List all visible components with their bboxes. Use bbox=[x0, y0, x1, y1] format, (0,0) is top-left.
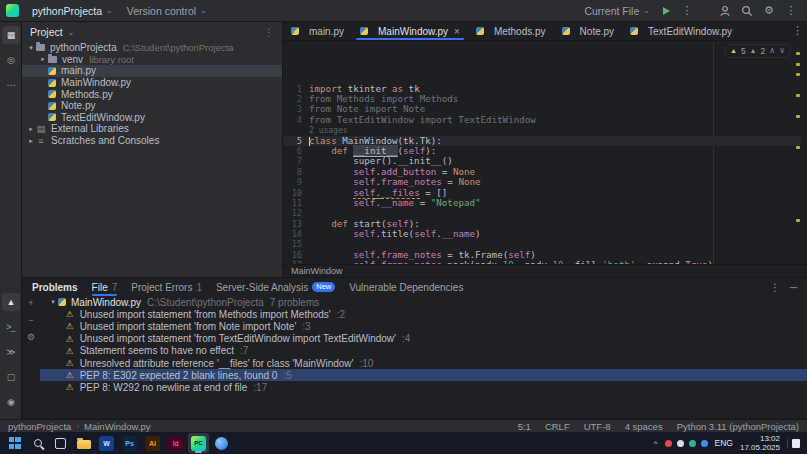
tree-item[interactable]: main.py bbox=[22, 65, 282, 77]
tray-icon-2[interactable] bbox=[677, 440, 684, 447]
problem-row[interactable]: ⚠Unused import statement 'from Methods i… bbox=[40, 308, 807, 320]
problems-tab[interactable]: Server-Side AnalysisNew bbox=[216, 278, 335, 296]
tree-item[interactable]: MainWindow.py bbox=[22, 77, 282, 89]
indent-style[interactable]: 4 spaces bbox=[625, 421, 663, 432]
terminal-icon[interactable]: >_ bbox=[2, 318, 20, 336]
taskbar-search-icon[interactable] bbox=[27, 433, 48, 453]
tray-icon-4[interactable] bbox=[701, 440, 708, 447]
line-number[interactable]: 8 bbox=[283, 167, 309, 177]
word-icon[interactable]: W bbox=[96, 433, 117, 453]
browser-icon[interactable] bbox=[211, 433, 232, 453]
panel-options-icon[interactable]: ⋮ bbox=[264, 26, 275, 38]
line-number[interactable]: 4 bbox=[283, 115, 309, 125]
tree-chevron-icon[interactable]: ▾ bbox=[26, 44, 36, 52]
line-number[interactable]: 6 bbox=[283, 146, 309, 156]
commit-icon[interactable]: ◎ bbox=[2, 51, 20, 69]
editor-breadcrumb[interactable]: MainWindow bbox=[283, 264, 807, 277]
line-number[interactable]: 10 bbox=[283, 188, 309, 198]
line-gutter[interactable] bbox=[283, 125, 309, 135]
editor-tab[interactable]: Methods.py bbox=[468, 22, 554, 40]
caret-position[interactable]: 5:1 bbox=[518, 421, 531, 432]
tree-item[interactable]: ▸▤External Libraries bbox=[22, 123, 282, 135]
line-number[interactable]: 7 bbox=[283, 156, 309, 166]
problem-row[interactable]: ⚠PEP 8: E302 expected 2 blank lines, fou… bbox=[40, 369, 807, 381]
inspections-widget[interactable]: ▲ 5 ▲ 2 ∧ ∨ bbox=[724, 44, 791, 58]
start-button[interactable] bbox=[4, 433, 25, 453]
problem-row[interactable]: ⚠PEP 8: W292 no newline at end of file:1… bbox=[40, 381, 807, 393]
tree-chevron-icon[interactable]: ▸ bbox=[38, 55, 48, 63]
code-line[interactable]: 9 self.frame_notes = None bbox=[283, 177, 801, 187]
tree-chevron-icon[interactable]: ▸ bbox=[26, 125, 36, 133]
tab-options-icon[interactable]: ⋮ bbox=[792, 24, 803, 37]
line-number[interactable]: 16 bbox=[283, 250, 309, 260]
tree-chevron-icon[interactable]: ▸ bbox=[26, 137, 36, 145]
problems-tab[interactable]: Project Errors1 bbox=[131, 278, 202, 296]
problems-tab[interactable]: File7 bbox=[92, 278, 118, 296]
illustrator-icon[interactable]: Ai bbox=[142, 433, 163, 453]
search-everywhere-icon[interactable] bbox=[737, 3, 757, 19]
problems-tab[interactable]: Vulnerable Dependencies bbox=[349, 278, 463, 296]
line-number[interactable]: 3 bbox=[283, 104, 309, 114]
project-icon[interactable]: ▦ bbox=[2, 26, 20, 44]
problem-row[interactable]: ⚠Unused import statement 'from Note impo… bbox=[40, 320, 807, 332]
tree-item[interactable]: ▸≡Scratches and Consoles bbox=[22, 135, 282, 147]
problem-row[interactable]: ⚠Unresolved attribute reference '__files… bbox=[40, 357, 807, 369]
code-line[interactable]: 14 self.title(self.__name) bbox=[283, 229, 801, 239]
view-options-icon[interactable]: ⚙ bbox=[27, 332, 35, 342]
language-indicator[interactable]: ENG bbox=[715, 438, 733, 448]
editor-tab[interactable]: Note.py bbox=[554, 22, 622, 40]
line-number[interactable]: 13 bbox=[283, 219, 309, 229]
chevron-down-icon[interactable]: ⌄ bbox=[68, 28, 75, 37]
python-interpreter[interactable]: Python 3.11 (pythonProjecta) bbox=[677, 421, 799, 432]
problems-icon[interactable]: ▲ bbox=[2, 293, 20, 311]
more-tools-icon[interactable]: ⋯ bbox=[2, 76, 20, 94]
line-number[interactable]: 12 bbox=[283, 208, 309, 218]
hide-panel-icon[interactable]: ─ bbox=[790, 282, 797, 293]
tray-icon-3[interactable] bbox=[689, 440, 696, 447]
line-number[interactable]: 5 bbox=[283, 136, 309, 146]
status-breadcrumb-item[interactable]: pythonProjecta bbox=[8, 421, 71, 432]
project-menu[interactable]: pythonProjecta ⌄ bbox=[26, 3, 119, 19]
tree-item[interactable]: Note.py bbox=[22, 100, 282, 112]
editor-tab[interactable]: TextEditWindow.py bbox=[622, 22, 740, 40]
notification-center-icon[interactable] bbox=[787, 439, 800, 448]
tree-item[interactable]: ▸venvlibrary root bbox=[22, 54, 282, 66]
indesign-icon[interactable]: Id bbox=[165, 433, 186, 453]
code-editor[interactable]: ▲ 5 ▲ 2 ∧ ∨ 1import tkinter as tk2from M… bbox=[283, 42, 801, 264]
line-number[interactable]: 14 bbox=[283, 229, 309, 239]
taskbar-clock[interactable]: 13:02 17.05.2025 bbox=[740, 434, 780, 452]
line-number[interactable]: 9 bbox=[283, 177, 309, 187]
services-icon[interactable]: ▢ bbox=[2, 368, 20, 386]
tree-item[interactable]: Methods.py bbox=[22, 88, 282, 100]
photoshop-icon[interactable]: Ps bbox=[119, 433, 140, 453]
code-line[interactable]: 4from TextEditWindow import TextEditWind… bbox=[283, 115, 801, 125]
problem-row[interactable]: ⚠Unused import statement 'from TextEditW… bbox=[40, 333, 807, 345]
file-explorer-icon[interactable] bbox=[73, 433, 94, 453]
line-number[interactable]: 11 bbox=[283, 198, 309, 208]
notifications-icon[interactable]: ◉ bbox=[2, 393, 20, 411]
python-console-icon[interactable]: ≫ bbox=[2, 343, 20, 361]
file-encoding[interactable]: UTF-8 bbox=[584, 421, 611, 432]
task-view-icon[interactable] bbox=[50, 433, 71, 453]
line-ending[interactable]: CRLF bbox=[545, 421, 570, 432]
next-problem-icon[interactable]: ∨ bbox=[779, 46, 785, 56]
panel-options-icon[interactable]: ⋮ bbox=[770, 282, 780, 293]
code-line[interactable]: 11 self.__name = "Notepad" bbox=[283, 198, 801, 208]
line-number[interactable]: 2 bbox=[283, 94, 309, 104]
editor-tab[interactable]: MainWindow.py× bbox=[352, 22, 468, 40]
problem-row[interactable]: ⚠Statement seems to have no effect:7 bbox=[40, 345, 807, 357]
tree-item[interactable]: TextEditWindow.py bbox=[22, 112, 282, 124]
breadcrumb-item[interactable]: MainWindow bbox=[291, 266, 343, 276]
line-number[interactable]: 15 bbox=[283, 239, 309, 249]
problems-file-row[interactable]: ▾MainWindow.pyC:\Student\pythonProjecta7… bbox=[40, 296, 807, 308]
line-number[interactable]: 1 bbox=[283, 84, 309, 94]
more-actions-icon[interactable]: ⋮ bbox=[677, 3, 697, 19]
pycharm-icon[interactable]: PC bbox=[188, 433, 209, 453]
run-button[interactable] bbox=[663, 7, 670, 15]
prev-problem-icon[interactable]: ∧ bbox=[769, 46, 775, 56]
version-control-menu[interactable]: Version control ⌄ bbox=[121, 3, 213, 19]
settings-gear-icon[interactable]: ⚙ bbox=[759, 3, 779, 19]
run-config-select[interactable]: Current File ⌄ bbox=[578, 3, 656, 19]
expand-all-icon[interactable]: + bbox=[28, 298, 33, 308]
status-breadcrumb-item[interactable]: MainWindow.py bbox=[84, 421, 151, 432]
